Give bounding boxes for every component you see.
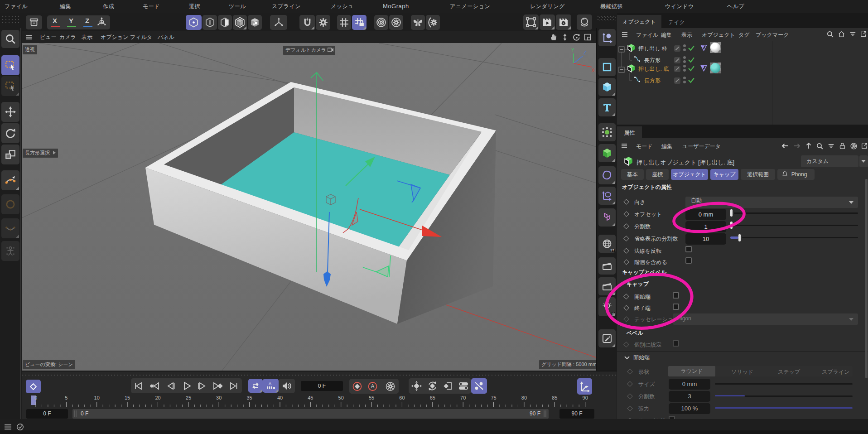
svg-text:5: 5 (65, 395, 68, 400)
svg-text:0: 0 (34, 395, 37, 400)
svg-text:40: 40 (277, 395, 283, 400)
svg-text:A: A (269, 381, 271, 386)
svg-text:75: 75 (491, 395, 496, 400)
svg-text:Y: Y (571, 48, 574, 53)
svg-text:35: 35 (246, 395, 252, 400)
svg-text:A: A (371, 383, 375, 390)
svg-text:55: 55 (369, 395, 374, 400)
svg-text:50: 50 (338, 395, 344, 400)
svg-text:25: 25 (186, 395, 191, 400)
svg-text:85: 85 (552, 395, 557, 400)
svg-text:65: 65 (430, 395, 435, 400)
svg-text:70: 70 (460, 395, 466, 400)
svg-text:X: X (592, 68, 595, 73)
svg-text:60: 60 (399, 395, 405, 400)
svg-text:20: 20 (155, 395, 160, 400)
svg-text:30: 30 (216, 395, 222, 400)
svg-text:80: 80 (521, 395, 527, 400)
svg-text:90: 90 (583, 395, 588, 400)
svg-text:10: 10 (94, 395, 100, 400)
svg-text:15: 15 (125, 395, 130, 400)
svg-text:Z: Z (583, 50, 586, 55)
svg-text:45: 45 (308, 395, 313, 400)
